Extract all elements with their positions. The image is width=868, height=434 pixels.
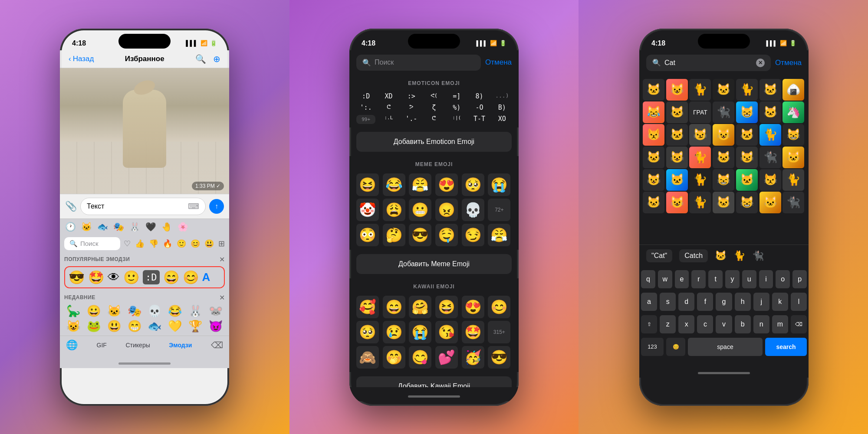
recent-7[interactable]: 🐰	[186, 304, 205, 318]
recent-15[interactable]: 🏆	[186, 320, 205, 333]
key-t[interactable]: t	[708, 270, 723, 288]
emoticon-15[interactable]: '.-	[402, 115, 421, 124]
recent-16[interactable]: 😈	[206, 320, 225, 333]
emoticon-4[interactable]: ᕙ(	[424, 92, 444, 100]
search-icon-nav[interactable]: 🔍	[195, 54, 206, 64]
key-i[interactable]: i	[759, 270, 773, 288]
message-input-box[interactable]: Текст ⌨	[80, 198, 206, 215]
popular-emoji-8[interactable]: A	[202, 271, 210, 284]
sticker-5[interactable]: 🐈	[736, 79, 758, 101]
sticker-34[interactable]: 😾	[760, 169, 781, 191]
kawaii-6[interactable]: 😊	[488, 296, 510, 318]
sticker-37[interactable]: 😺	[666, 192, 688, 213]
emoticon-14[interactable]: :.L	[379, 115, 398, 124]
smiley3-icon[interactable]: 😃	[204, 239, 214, 248]
sticker-4[interactable]: 🐱	[713, 79, 734, 101]
add-kawaii-button[interactable]: Добавить Kawaii Emoji	[356, 376, 512, 387]
meme-8[interactable]: 😩	[383, 199, 405, 221]
sticker-32[interactable]: 😸	[713, 169, 734, 191]
kawaii-16[interactable]: 💕	[435, 346, 458, 369]
back-label[interactable]: Назад	[73, 55, 94, 63]
recent-2[interactable]: 😀	[85, 304, 103, 318]
sticker-28[interactable]: 🐱	[783, 147, 804, 168]
key-v[interactable]: v	[716, 315, 732, 333]
thumbsup-icon[interactable]: 👍	[135, 239, 145, 248]
key-s[interactable]: s	[660, 293, 676, 311]
key-w[interactable]: w	[658, 270, 672, 288]
key-r[interactable]: r	[691, 270, 706, 288]
recent-10[interactable]: 🐸	[85, 320, 103, 333]
key-l[interactable]: l	[791, 293, 807, 311]
sticker-40[interactable]: 😸	[736, 192, 758, 213]
kawaii-15[interactable]: 😋	[409, 346, 431, 369]
sticker-thumb6[interactable]: 🌸	[178, 222, 188, 232]
key-u[interactable]: u	[742, 270, 756, 288]
popular-emoji-3[interactable]: 👁	[108, 270, 120, 284]
delete-icon-1[interactable]: ⌫	[211, 340, 223, 350]
sticker-25[interactable]: 🐱	[713, 147, 734, 168]
meme-13[interactable]: 😳	[356, 224, 379, 246]
sticker-13[interactable]: 🐱	[760, 101, 781, 123]
sticker-17[interactable]: 😼	[689, 124, 711, 146]
sticker-29[interactable]: 😺	[643, 169, 664, 191]
popular-emoji-2[interactable]: 🤩	[88, 270, 104, 285]
recent-5[interactable]: 💀	[145, 304, 164, 318]
sticker-42[interactable]: 🐈‍⬛	[783, 192, 804, 213]
recent-3[interactable]: 🐱	[105, 304, 124, 318]
key-y[interactable]: y	[725, 270, 740, 288]
sticker-22[interactable]: 🐱	[643, 147, 664, 168]
kawaii-14[interactable]: 🤭	[383, 346, 405, 369]
sticker-33[interactable]: 🐱	[736, 169, 758, 191]
popular-emoji-1[interactable]: 😎	[69, 270, 85, 285]
meme-18[interactable]: 😤	[488, 224, 510, 246]
message-text[interactable]: Текст	[87, 202, 104, 210]
kawaii-1[interactable]: 🥰	[356, 296, 379, 318]
search-query-text[interactable]: Cat	[664, 59, 675, 67]
search-text-2[interactable]: Поиск	[375, 59, 394, 66]
sticker-20[interactable]: 🐈	[760, 124, 781, 146]
sticker-27[interactable]: 🐈‍⬛	[760, 147, 781, 168]
cancel-button-3[interactable]: Отмена	[775, 59, 802, 67]
sticker-search-field[interactable]: 🔍 Cat ✕	[646, 55, 771, 71]
emoticon-count-badge[interactable]: 99+	[356, 115, 375, 124]
smiley-icon[interactable]: 🙂	[177, 239, 186, 248]
meme-17[interactable]: 😏	[462, 224, 484, 246]
autocomplete-catch[interactable]: Catch	[679, 249, 708, 262]
kawaii-3[interactable]: 🤗	[409, 296, 431, 318]
meme-2[interactable]: 😂	[383, 173, 405, 196]
attach-button[interactable]: 📎	[65, 201, 77, 212]
grid-icon[interactable]: ⊞	[218, 239, 225, 248]
recent-1[interactable]: 🦕	[64, 304, 83, 318]
more-icon-nav[interactable]: ⊕	[213, 54, 220, 64]
sticker-thumb3[interactable]: 🎭	[113, 222, 124, 232]
kawaii-2[interactable]: 😄	[383, 296, 405, 318]
kawaii-18[interactable]: 😎	[488, 346, 510, 369]
autocomplete-cat-quoted[interactable]: "Cat"	[646, 249, 672, 262]
meme-1[interactable]: 😆	[356, 173, 379, 196]
key-e[interactable]: e	[675, 270, 689, 288]
popular-emoji-6[interactable]: 😄	[163, 270, 179, 285]
emoji-tab-active[interactable]: Эмодзи	[169, 342, 192, 349]
autocomplete-emoji-1[interactable]: 🐱	[715, 250, 727, 261]
emoticon-1[interactable]: :D	[356, 92, 375, 100]
gif-tab[interactable]: GIF	[97, 342, 107, 349]
send-button[interactable]: ↑	[209, 199, 224, 214]
emoticon-11[interactable]: %)	[447, 104, 466, 111]
sticker-12[interactable]: 😸	[736, 101, 758, 123]
key-c[interactable]: c	[697, 315, 713, 333]
shift-key[interactable]: ⇧	[641, 315, 657, 333]
emoji-search-field[interactable]: 🔍 Поиск	[356, 55, 481, 71]
sticker-results-scroll[interactable]: 🐱 😺 🐈 🐱 🐈 🐱 🍙 😹 🐱 ГРАТ 🐈‍⬛ 😸 🐱 🦄 😾 🐱 😼 😺…	[639, 75, 809, 245]
search-placeholder[interactable]: Поиск	[80, 240, 99, 247]
recent-close-button[interactable]: ✕	[219, 294, 225, 302]
recent-4[interactable]: 🎭	[125, 304, 144, 318]
kawaii-13[interactable]: 🙈	[356, 346, 379, 369]
sticker-23[interactable]: 😺	[666, 147, 688, 168]
sticker-38[interactable]: 🐈	[689, 192, 711, 213]
emoticon-16[interactable]: ᕦ	[424, 115, 444, 124]
kawaii-10[interactable]: 😘	[435, 321, 458, 343]
kawaii-17[interactable]: 🥳	[462, 346, 484, 369]
meme-5[interactable]: 🥺	[462, 173, 484, 196]
recent-12[interactable]: 😁	[125, 320, 144, 333]
emoji-key[interactable]: 😊	[666, 338, 685, 356]
